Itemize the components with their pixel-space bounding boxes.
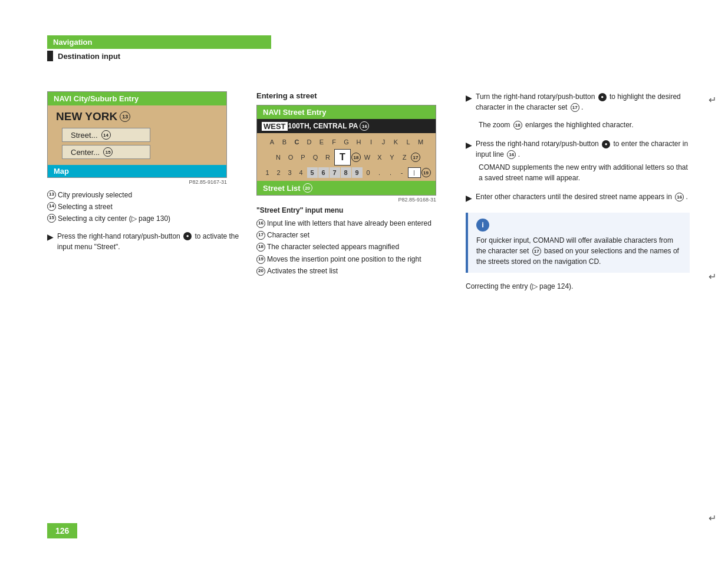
- selected-t-cell: T: [334, 149, 351, 166]
- left-bullet: ▶ Press the right-hand rotary/push-butto…: [47, 231, 242, 252]
- street-entry-caption: "Street Entry" input menu: [256, 206, 445, 214]
- info-box: i For quicker input, COMAND will offer a…: [466, 213, 690, 273]
- correcting-text: Correcting the entry (▷ page 124).: [466, 281, 690, 292]
- navi-city-header: NAVI City/Suburb Entry: [48, 92, 226, 105]
- navi-street-header: NAVI Street Entry: [257, 105, 436, 119]
- right-bullet-2: ▶ Press the right-hand rotary/push-butto…: [466, 138, 690, 160]
- desc-20: 20 Activates the street list: [256, 266, 445, 277]
- edge-mark-bot: ↵: [709, 513, 716, 524]
- edge-mark-top: ↵: [709, 94, 716, 105]
- street-option-btn: Street... 14: [62, 128, 150, 142]
- screen-code-left: P82.85-9167-31: [47, 179, 227, 185]
- navi-map-footer: Map: [48, 165, 226, 177]
- dest-square-icon: [47, 51, 53, 61]
- right-column: ▶ Turn the right-hand rotary/push-button…: [466, 91, 690, 292]
- input-num-badge: 16: [360, 121, 369, 131]
- left-arrow-icon: ▶: [47, 231, 54, 243]
- r3-16-badge: 16: [675, 193, 684, 201]
- desc-18: 18 The character selected appears magnif…: [256, 242, 445, 253]
- left-descriptions: 13 City previously selected 14 Selecting…: [47, 190, 242, 225]
- right-arrow-1: ▶: [466, 92, 472, 104]
- nav-header: Navigation Destination input: [47, 35, 271, 61]
- num-badge-13: 13: [47, 190, 56, 199]
- right-arrow-2: ▶: [466, 139, 472, 151]
- desc-item-13: 13 City previously selected: [47, 190, 242, 201]
- desc-16: 16 Input line with letters that have alr…: [256, 218, 445, 229]
- street-input-text: WEST 100TH, CENTRAL PA 16: [262, 121, 431, 131]
- nav-title-bar: Navigation: [47, 35, 271, 49]
- num-badge-15: 15: [47, 214, 56, 223]
- street-num-badge: 14: [101, 130, 111, 140]
- right-bullet-1: ▶ Turn the right-hand rotary/push-button…: [466, 91, 690, 113]
- navi-street-screen: NAVI Street Entry WEST 100TH, CENTRAL PA…: [256, 105, 436, 196]
- page-number: 126: [47, 523, 77, 538]
- street-list-btn[interactable]: Street List 20: [257, 181, 436, 195]
- number-row: 1 2 3 4 5 6 7 8 9 0 . . - | 19: [259, 167, 433, 180]
- edge-mark-mid: ↵: [709, 271, 716, 282]
- mid-descriptions: 16 Input line with letters that have alr…: [256, 218, 445, 277]
- comand-text: COMAND supplements the new entry with ad…: [479, 162, 690, 183]
- navi-city-options: Street... 14 Center... 15: [48, 125, 226, 165]
- zoom-18-badge: 18: [513, 121, 522, 130]
- street-highlight: WEST: [262, 122, 288, 131]
- navi-city-name-row: NEW YORK 13: [48, 105, 226, 125]
- entering-street-title: Entering a street: [256, 91, 445, 100]
- right-bullet-3: ▶ Enter other characters until the desir…: [466, 191, 690, 204]
- insert-cursor: |: [408, 167, 421, 178]
- center-option-btn: Center... 15: [62, 145, 150, 159]
- desc-19: 19 Moves the insertion point one positio…: [256, 254, 445, 265]
- dest-input-label: Destination input: [58, 52, 120, 61]
- dest-input-row: Destination input: [47, 51, 271, 61]
- num-badge-14: 14: [47, 202, 56, 211]
- left-column: NAVI City/Suburb Entry NEW YORK 13 Stree…: [47, 91, 242, 252]
- char-18-badge: 18: [351, 153, 361, 162]
- right-arrow-3: ▶: [466, 192, 472, 204]
- num-19-badge: 19: [421, 168, 431, 177]
- zoom-text-block: The zoom 18 enlarges the highlighted cha…: [479, 120, 690, 130]
- navi-city-screen: NAVI City/Suburb Entry NEW YORK 13 Stree…: [47, 91, 227, 178]
- navi-street-input: WEST 100TH, CENTRAL PA 16: [257, 119, 436, 133]
- r1-17-badge: 17: [571, 103, 579, 112]
- desc-17: 17 Character set: [256, 230, 445, 241]
- r2-16-badge: 16: [507, 150, 516, 159]
- info-17-badge: 17: [532, 247, 541, 256]
- char-17-badge: 17: [411, 153, 420, 162]
- desc-item-15: 15 Selecting a city center (▷ page 130): [47, 213, 242, 224]
- desc-item-14: 14 Selecting a street: [47, 201, 242, 213]
- screen-code-mid: P82.85-9168-31: [256, 197, 436, 203]
- char-row-1: A B C D E F G H I J K L M: [259, 136, 433, 148]
- mid-column: Entering a street NAVI Street Entry WEST…: [256, 91, 445, 277]
- info-icon: i: [476, 219, 489, 232]
- center-num-badge: 15: [103, 147, 113, 157]
- city-num-badge: 13: [120, 111, 130, 122]
- streetlist-num-badge: 20: [303, 183, 312, 193]
- char-row-2: N O P Q R T 18 W X Y Z 17: [259, 149, 433, 166]
- navi-char-grid: A B C D E F G H I J K L M N O P Q R: [257, 133, 436, 181]
